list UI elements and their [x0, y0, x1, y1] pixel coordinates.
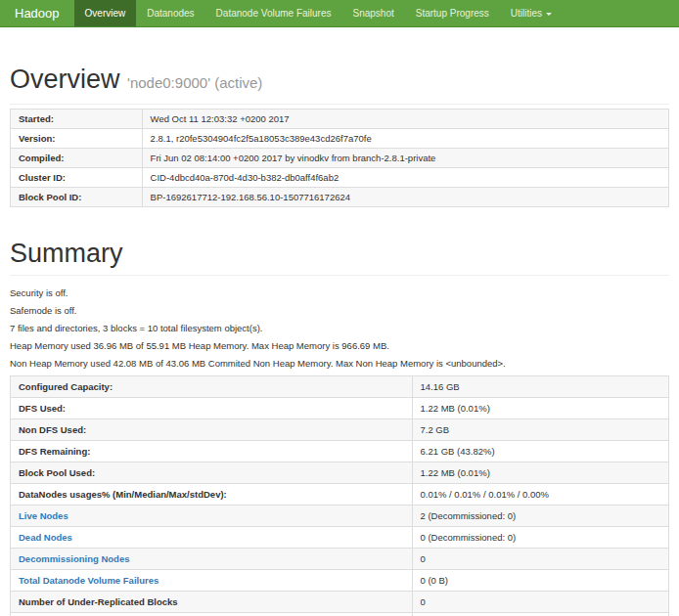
heap-memory-summary: Heap Memory used 36.96 MB of 55.91 MB He…: [10, 340, 669, 351]
table-row: Block Pool Used: 1.22 MB (0.01%): [11, 462, 669, 484]
tab-startup-progress[interactable]: Startup Progress: [405, 0, 500, 26]
dfs-used-label: DFS Used:: [11, 398, 413, 419]
tab-startup-progress-label: Startup Progress: [416, 8, 489, 19]
tab-snapshot-label: Snapshot: [352, 8, 393, 19]
decommissioning-nodes-value: 0: [412, 549, 668, 570]
table-row: DFS Used: 1.22 MB (0.01%): [11, 398, 669, 419]
table-row: Dead Nodes 0 (Decommissioned: 0): [11, 527, 669, 549]
namenode-address-subtitle: 'node0:9000' (active): [127, 74, 262, 91]
table-row: Block Pool ID: BP-1692617712-192.168.56.…: [11, 188, 669, 207]
tab-datanodes[interactable]: Datanodes: [136, 0, 204, 26]
non-heap-memory-summary: Non Heap Memory used 42.08 MB of 43.06 M…: [10, 358, 669, 369]
cluster-id-label: Cluster ID:: [11, 168, 143, 188]
version-label: Version:: [11, 129, 143, 149]
tab-overview[interactable]: Overview: [74, 0, 137, 26]
table-row: Live Nodes 2 (Decommissioned: 0): [11, 506, 669, 527]
table-row: Configured Capacity: 14.16 GB: [11, 376, 669, 398]
configured-capacity-label: Configured Capacity:: [11, 376, 413, 398]
blocks-pending-deletion-label: Number of Blocks Pending Deletion: [11, 613, 413, 616]
table-row: Non DFS Used: 7.2 GB: [11, 419, 669, 441]
dead-nodes-link[interactable]: Dead Nodes: [19, 532, 72, 543]
live-nodes-value: 2 (Decommissioned: 0): [412, 506, 668, 527]
compiled-label: Compiled:: [11, 149, 143, 168]
tab-datanode-volume-failures-label: Datanode Volume Failures: [216, 8, 332, 19]
compiled-value: Fri Jun 02 08:14:00 +0200 2017 by vinodk…: [142, 149, 668, 168]
caret-down-icon: [546, 13, 552, 16]
tab-snapshot[interactable]: Snapshot: [341, 0, 404, 26]
table-row: Compiled: Fri Jun 02 08:14:00 +0200 2017…: [11, 149, 669, 168]
configured-capacity-value: 14.16 GB: [412, 376, 668, 398]
under-replicated-blocks-label: Number of Under-Replicated Blocks: [11, 592, 413, 613]
started-value: Wed Oct 11 12:03:32 +0200 2017: [142, 110, 668, 129]
main-content: Overview 'node0:9000' (active) Started: …: [0, 66, 679, 616]
table-row: Started: Wed Oct 11 12:03:32 +0200 2017: [11, 110, 669, 129]
datanode-usages-value: 0.01% / 0.01% / 0.01% / 0.00%: [412, 484, 668, 506]
block-pool-used-value: 1.22 MB (0.01%): [412, 462, 668, 484]
summary-header: Summary: [10, 241, 669, 276]
tab-datanodes-label: Datanodes: [147, 8, 194, 19]
summary-status-text: Security is off. Safemode is off. 7 file…: [10, 287, 669, 369]
hadoop-brand[interactable]: Hadoop: [0, 0, 74, 26]
table-row: DFS Remaining: 6.21 GB (43.82%): [11, 441, 669, 462]
block-pool-id-label: Block Pool ID:: [11, 188, 143, 207]
tab-utilities-label: Utilities: [511, 8, 542, 19]
tab-datanode-volume-failures[interactable]: Datanode Volume Failures: [205, 0, 342, 26]
version-value: 2.8.1, r20fe5304904fc2f5a18053c389e43cd2…: [142, 129, 668, 149]
overview-info-table: Started: Wed Oct 11 12:03:32 +0200 2017 …: [10, 109, 669, 207]
dfs-used-value: 1.22 MB (0.01%): [412, 398, 668, 419]
filesystem-objects-summary: 7 files and directories, 3 blocks = 10 t…: [10, 323, 669, 333]
hadoop-namenode-page: Hadoop Overview Datanodes Datanode Volum…: [0, 0, 679, 616]
overview-header: Overview 'node0:9000' (active): [10, 66, 669, 105]
datanode-usages-label: DataNodes usages% (Min/Median/Max/stdDev…: [11, 484, 413, 506]
blocks-pending-deletion-value: 0: [412, 613, 668, 616]
non-dfs-used-value: 7.2 GB: [412, 419, 668, 441]
table-row: Decommissioning Nodes 0: [11, 549, 669, 570]
block-pool-used-label: Block Pool Used:: [11, 462, 413, 484]
security-status: Security is off.: [10, 287, 669, 298]
table-row: Version: 2.8.1, r20fe5304904fc2f5a18053c…: [11, 129, 669, 149]
table-row: Number of Under-Replicated Blocks 0: [11, 592, 669, 613]
started-label: Started:: [11, 110, 143, 129]
block-pool-id-value: BP-1692617712-192.168.56.10-150771617262…: [142, 188, 668, 207]
cluster-id-value: CID-4dbcd40a-870d-4d30-b382-db0aff4f6ab2: [142, 168, 668, 188]
total-datanode-volume-failures-link[interactable]: Total Datanode Volume Failures: [19, 575, 158, 586]
top-navbar: Hadoop Overview Datanodes Datanode Volum…: [0, 0, 679, 27]
tab-overview-label: Overview: [85, 8, 126, 19]
safemode-status: Safemode is off.: [10, 305, 669, 316]
non-dfs-used-label: Non DFS Used:: [11, 419, 413, 441]
table-row: Cluster ID: CID-4dbcd40a-870d-4d30-b382-…: [11, 168, 669, 188]
total-datanode-volume-failures-value: 0 (0 B): [412, 570, 668, 592]
dead-nodes-value: 0 (Decommissioned: 0): [412, 527, 668, 549]
under-replicated-blocks-value: 0: [412, 592, 668, 613]
decommissioning-nodes-link[interactable]: Decommissioning Nodes: [19, 553, 130, 564]
table-row: DataNodes usages% (Min/Median/Max/stdDev…: [11, 484, 669, 506]
table-row: Number of Blocks Pending Deletion 0: [11, 613, 669, 616]
dfs-remaining-value: 6.21 GB (43.82%): [412, 441, 668, 462]
table-row: Total Datanode Volume Failures 0 (0 B): [11, 570, 669, 592]
overview-title: Overview 'node0:9000' (active): [10, 66, 669, 96]
summary-stats-table: Configured Capacity: 14.16 GB DFS Used: …: [10, 375, 669, 616]
tab-utilities-dropdown[interactable]: Utilities: [500, 0, 563, 26]
live-nodes-link[interactable]: Live Nodes: [19, 510, 68, 521]
summary-title: Summary: [10, 241, 669, 267]
dfs-remaining-label: DFS Remaining:: [11, 441, 413, 462]
overview-title-text: Overview: [10, 65, 120, 94]
